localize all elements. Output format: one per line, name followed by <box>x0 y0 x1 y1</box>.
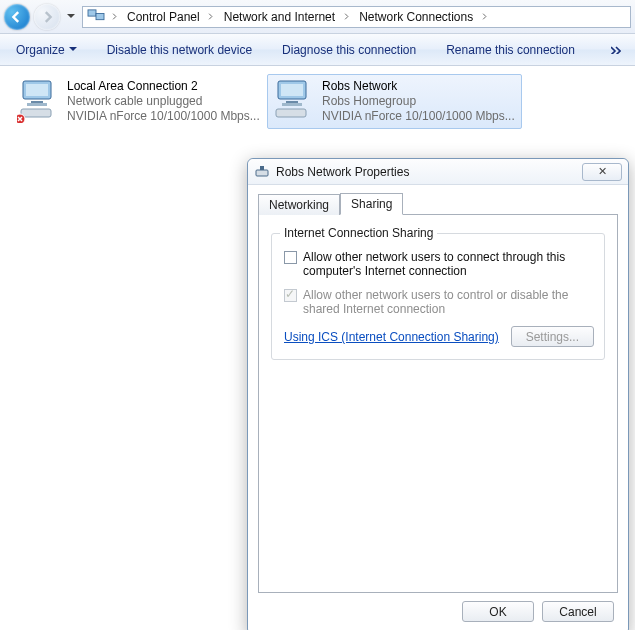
organize-menu[interactable]: Organize <box>8 39 85 61</box>
tab-sharing[interactable]: Sharing <box>340 193 403 215</box>
ics-group: Internet Connection Sharing Allow other … <box>271 233 605 360</box>
allow-connect-checkbox[interactable] <box>284 251 297 264</box>
svg-rect-10 <box>286 101 298 103</box>
connection-status: Robs Homegroup <box>322 94 515 109</box>
tab-networking[interactable]: Networking <box>258 194 340 215</box>
breadcrumb-arrow[interactable] <box>477 7 491 27</box>
breadcrumb-arrow[interactable] <box>339 7 353 27</box>
network-folder-icon <box>87 9 105 25</box>
breadcrumb-segment[interactable]: Network and Internet <box>218 7 339 27</box>
adapter-icon <box>254 164 270 180</box>
svg-rect-9 <box>281 84 303 96</box>
breadcrumb-arrow[interactable] <box>204 7 218 27</box>
properties-dialog: Robs Network Properties ✕ Networking Sha… <box>247 158 629 630</box>
nav-forward-button <box>34 4 60 30</box>
allow-connect-label: Allow other network users to connect thr… <box>303 250 594 278</box>
dialog-titlebar[interactable]: Robs Network Properties ✕ <box>248 159 628 185</box>
diagnose-connection-button[interactable]: Diagnose this connection <box>274 39 424 61</box>
tab-strip: Networking Sharing <box>258 193 618 215</box>
connections-list: Local Area Connection 2 Network cable un… <box>0 66 635 137</box>
close-icon: ✕ <box>598 165 607 178</box>
toolbar-overflow-button[interactable] <box>605 39 627 61</box>
organize-label: Organize <box>16 43 65 57</box>
ics-help-link[interactable]: Using ICS (Internet Connection Sharing) <box>284 330 499 344</box>
nav-back-button[interactable] <box>4 4 30 30</box>
connection-status: Network cable unplugged <box>67 94 260 109</box>
cancel-button[interactable]: Cancel <box>542 601 614 622</box>
ok-button[interactable]: OK <box>462 601 534 622</box>
breadcrumb-segment[interactable]: Control Panel <box>121 7 204 27</box>
connection-icon <box>272 79 316 123</box>
close-button[interactable]: ✕ <box>582 163 622 181</box>
connection-icon <box>17 79 61 123</box>
connection-adapter: NVIDIA nForce 10/100/1000 Mbps... <box>67 109 260 124</box>
svg-rect-1 <box>96 13 104 19</box>
svg-rect-4 <box>31 101 43 103</box>
nav-history-dropdown[interactable] <box>64 7 78 27</box>
svg-rect-14 <box>260 166 264 170</box>
disable-device-button[interactable]: Disable this network device <box>99 39 260 61</box>
allow-control-checkbox <box>284 289 297 302</box>
breadcrumb-root-arrow[interactable] <box>107 7 121 27</box>
svg-rect-5 <box>27 103 47 106</box>
connection-name: Robs Network <box>322 79 515 94</box>
breadcrumb-segment[interactable]: Network Connections <box>353 7 477 27</box>
svg-rect-0 <box>88 9 96 15</box>
rename-connection-button[interactable]: Rename this connection <box>438 39 583 61</box>
connection-name: Local Area Connection 2 <box>67 79 260 94</box>
connection-item[interactable]: Local Area Connection 2 Network cable un… <box>12 74 267 129</box>
dialog-title: Robs Network Properties <box>276 165 576 179</box>
svg-rect-3 <box>26 84 48 96</box>
command-bar: Organize Disable this network device Dia… <box>0 34 635 66</box>
group-title: Internet Connection Sharing <box>280 226 437 240</box>
chevron-down-icon <box>69 47 77 52</box>
settings-button: Settings... <box>511 326 594 347</box>
svg-rect-12 <box>276 109 306 117</box>
svg-rect-6 <box>21 109 51 117</box>
tab-panel-sharing: Internet Connection Sharing Allow other … <box>258 215 618 593</box>
svg-rect-13 <box>256 170 268 176</box>
connection-item[interactable]: Robs Network Robs Homegroup NVIDIA nForc… <box>267 74 522 129</box>
address-bar[interactable]: Control Panel Network and Internet Netwo… <box>82 6 631 28</box>
connection-adapter: NVIDIA nForce 10/100/1000 Mbps... <box>322 109 515 124</box>
allow-control-label: Allow other network users to control or … <box>303 288 594 316</box>
svg-rect-11 <box>282 103 302 106</box>
